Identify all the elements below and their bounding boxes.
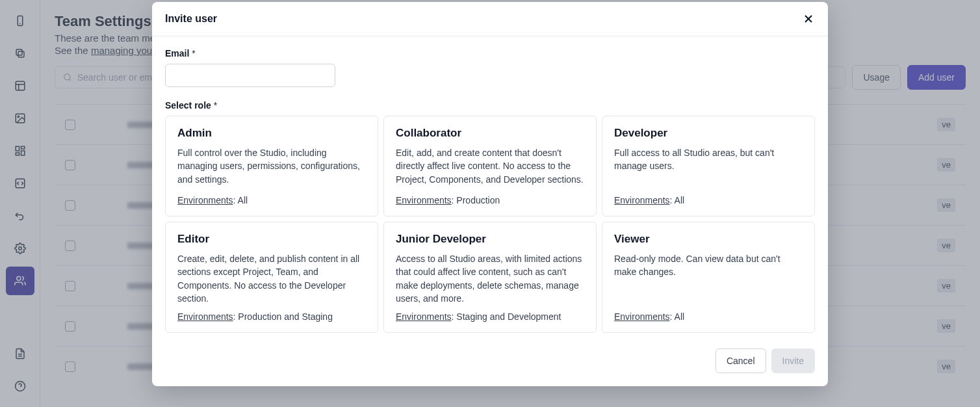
email-label: Email * <box>165 48 815 59</box>
role-collaborator[interactable]: Collaborator Edit, add, and create conte… <box>383 116 597 217</box>
role-viewer[interactable]: Viewer Read-only mode. Can view data but… <box>602 222 815 333</box>
role-editor[interactable]: Editor Create, edit, delete, and publish… <box>165 222 378 333</box>
role-desc: Full control over the Studio, including … <box>177 146 366 189</box>
role-title: Junior Developer <box>396 233 584 246</box>
role-title: Collaborator <box>396 127 584 140</box>
role-env: Environments: All <box>614 311 803 322</box>
role-title: Developer <box>614 127 803 140</box>
email-input[interactable] <box>165 64 335 87</box>
role-env: Environments: All <box>614 195 803 205</box>
role-desc: Read-only mode. Can view data but can't … <box>614 252 803 305</box>
role-title: Editor <box>177 233 366 246</box>
role-env: Environments: Production <box>396 195 584 205</box>
role-developer[interactable]: Developer Full access to all Studio area… <box>602 116 815 217</box>
role-desc: Full access to all Studio areas, but can… <box>614 146 803 189</box>
role-desc: Create, edit, delete, and publish conten… <box>177 252 366 305</box>
role-junior-developer[interactable]: Junior Developer Access to all Studio ar… <box>383 222 597 333</box>
role-env: Environments: Staging and Development <box>396 311 584 322</box>
role-title: Viewer <box>614 233 803 246</box>
role-desc: Access to all Studio areas, with limited… <box>396 252 584 305</box>
cancel-button[interactable]: Cancel <box>716 348 766 373</box>
modal-overlay[interactable]: Invite user Email * Select role * Admin … <box>0 0 980 407</box>
role-env: Environments: All <box>177 195 366 205</box>
role-admin[interactable]: Admin Full control over the Studio, incl… <box>165 116 378 217</box>
role-desc: Edit, add, and create content that doesn… <box>396 146 584 189</box>
invite-user-modal: Invite user Email * Select role * Admin … <box>152 2 828 386</box>
role-title: Admin <box>177 127 366 140</box>
role-label: Select role * <box>165 100 815 111</box>
role-env: Environments: Production and Staging <box>177 311 366 322</box>
invite-button[interactable]: Invite <box>771 348 815 373</box>
close-icon[interactable] <box>802 12 815 25</box>
modal-title: Invite user <box>165 13 217 25</box>
